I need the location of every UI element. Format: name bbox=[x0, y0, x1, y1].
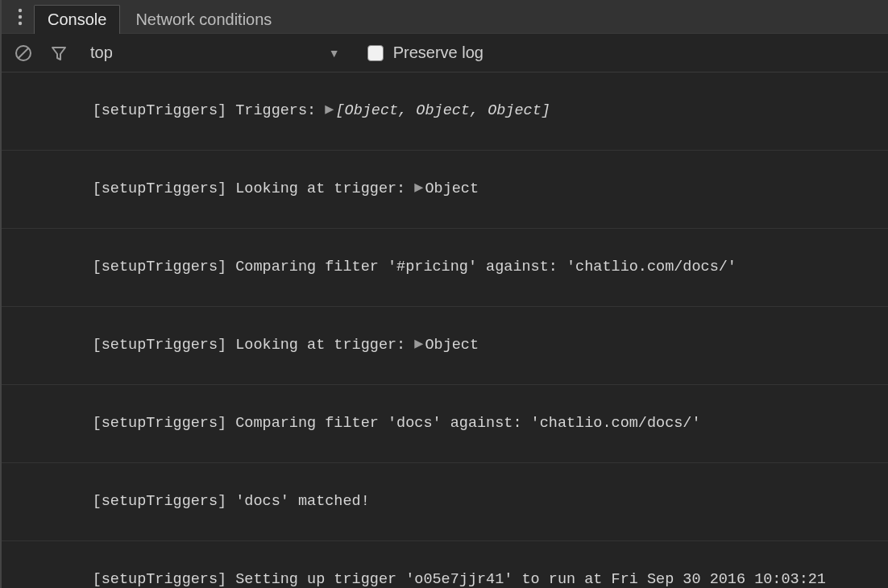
expand-icon[interactable]: ▶ bbox=[325, 99, 334, 122]
log-row: [setupTriggers] Triggers: ▶[Object, Obje… bbox=[2, 72, 888, 151]
kebab-icon bbox=[18, 8, 23, 26]
funnel-icon bbox=[50, 44, 68, 62]
object-preview[interactable]: Object bbox=[425, 180, 479, 197]
filter-button[interactable] bbox=[48, 43, 69, 64]
svg-line-4 bbox=[19, 48, 28, 58]
console-output[interactable]: [setupTriggers] Triggers: ▶[Object, Obje… bbox=[2, 72, 888, 588]
tab-console[interactable]: Console bbox=[34, 5, 120, 34]
tab-network-label: Network conditions bbox=[135, 10, 272, 29]
svg-point-0 bbox=[19, 8, 22, 11]
log-text: [setupTriggers] Comparing filter 'docs' … bbox=[93, 415, 701, 432]
devtools-panel: Console Network conditions top ▼ Preserv… bbox=[0, 0, 888, 588]
preserve-log-control: Preserve log bbox=[367, 43, 483, 62]
tab-network-conditions[interactable]: Network conditions bbox=[122, 5, 285, 34]
expand-icon[interactable]: ▶ bbox=[414, 333, 423, 357]
log-text: [setupTriggers] Triggers: bbox=[93, 102, 326, 119]
log-text: [setupTriggers] Looking at trigger: bbox=[93, 337, 415, 354]
more-menu-button[interactable] bbox=[8, 0, 32, 34]
svg-point-2 bbox=[19, 21, 22, 24]
expand-icon[interactable]: ▶ bbox=[414, 177, 423, 201]
log-row: [setupTriggers] Comparing filter '#prici… bbox=[2, 229, 888, 307]
log-text: [setupTriggers] Comparing filter '#prici… bbox=[93, 259, 737, 275]
log-row: [setupTriggers] Comparing filter 'docs' … bbox=[2, 385, 888, 463]
clear-console-button[interactable] bbox=[13, 43, 34, 64]
log-row: [setupTriggers] 'docs' matched! bbox=[2, 463, 888, 541]
log-row: [setupTriggers] Looking at trigger: ▶Obj… bbox=[2, 151, 888, 229]
chevron-down-icon: ▼ bbox=[329, 47, 340, 60]
context-label: top bbox=[90, 43, 113, 62]
object-preview[interactable]: [Object, Object, Object] bbox=[335, 102, 550, 119]
log-text: [setupTriggers] Looking at trigger: bbox=[93, 180, 415, 197]
tab-strip: Console Network conditions bbox=[2, 0, 888, 34]
object-preview[interactable]: Object bbox=[425, 337, 479, 354]
context-selector[interactable]: top ▼ bbox=[90, 43, 340, 62]
log-text: [setupTriggers] 'docs' matched! bbox=[93, 493, 370, 510]
console-toolbar: top ▼ Preserve log bbox=[2, 34, 888, 72]
log-row: [setupTriggers] Setting up trigger 'o05e… bbox=[2, 541, 888, 588]
log-text: [setupTriggers] Setting up trigger 'o05e… bbox=[39, 571, 835, 588]
preserve-log-checkbox[interactable] bbox=[367, 45, 384, 61]
svg-point-1 bbox=[19, 14, 22, 18]
log-row: [setupTriggers] Looking at trigger: ▶Obj… bbox=[2, 307, 888, 385]
preserve-log-label: Preserve log bbox=[393, 43, 483, 62]
tab-console-label: Console bbox=[48, 10, 106, 29]
no-entry-icon bbox=[15, 44, 32, 62]
